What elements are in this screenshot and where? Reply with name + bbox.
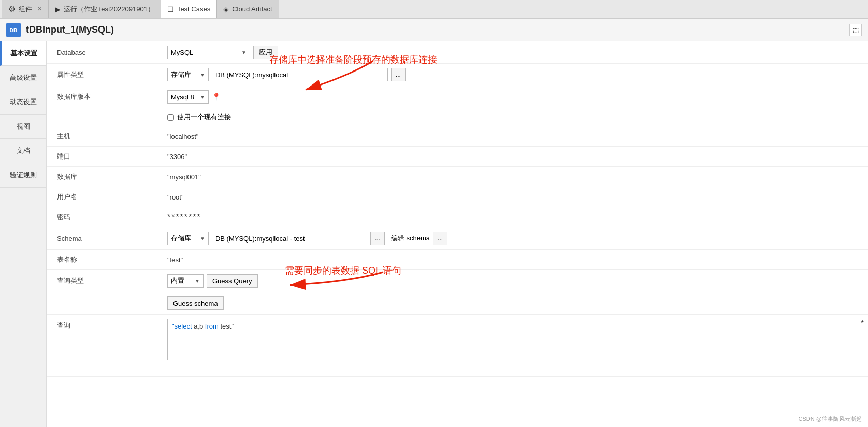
- table-name-value: "test": [167, 256, 183, 264]
- sidebar-item-basic[interactable]: 基本设置: [0, 41, 46, 66]
- schema-db-input[interactable]: [212, 232, 367, 245]
- main-layout: 基本设置 高级设置 动态设置 视图 文档 验证规则: [0, 41, 868, 427]
- existing-conn-row: 使用一个现有连接: [47, 108, 868, 126]
- query-table: test": [219, 322, 234, 330]
- run-icon: ▶: [55, 5, 61, 13]
- tab-close-icon[interactable]: ✕: [37, 6, 42, 12]
- password-label: 密码: [47, 207, 161, 227]
- property-type-select-value: 存储库: [171, 70, 191, 79]
- schema-row: Schema 存储库 ▼ ... 编辑 schema ...: [47, 227, 868, 250]
- database-label: Database: [47, 41, 161, 64]
- guess-schema-row: Guess schema: [47, 292, 868, 315]
- schema-label: Schema: [47, 227, 161, 250]
- host-row: 主机 "localhost": [47, 126, 868, 147]
- table-name-row: 表名称 "test": [47, 250, 868, 270]
- sidebar-item-view[interactable]: 视图: [0, 115, 46, 139]
- password-value: ********: [167, 212, 201, 221]
- tab-testcases-label: Test Cases: [177, 5, 210, 13]
- tab-bar: ⚙ 组件 ✕ ▶ 运行（作业 test2022091901） ☐ Test Ca…: [0, 0, 868, 19]
- database-select[interactable]: MySQL ▼: [167, 46, 250, 59]
- modified-indicator: *: [861, 319, 864, 327]
- username-value-cell: "root": [161, 187, 868, 207]
- database-select-value: MySQL: [171, 49, 193, 56]
- tab-component[interactable]: ⚙ 组件 ✕: [2, 0, 49, 18]
- existing-conn-cell: 使用一个现有连接: [161, 108, 868, 126]
- schema-type-select[interactable]: 存储库 ▼: [167, 232, 209, 245]
- username-row: 用户名 "root": [47, 187, 868, 207]
- database-name-value-cell: "mysql001": [161, 167, 868, 187]
- port-label: 端口: [47, 147, 161, 167]
- sidebar-item-dynamic[interactable]: 动态设置: [0, 90, 46, 115]
- host-value: "localhost": [167, 133, 199, 140]
- username-label: 用户名: [47, 187, 161, 207]
- component-icon: ⚙: [8, 4, 16, 14]
- sidebar-dynamic-label: 动态设置: [10, 98, 37, 106]
- database-value-cell: MySQL ▼ 应用: [161, 41, 868, 64]
- form-table: Database MySQL ▼ 应用 属性类型: [47, 41, 868, 377]
- table-name-label: 表名称: [47, 250, 161, 270]
- query-type-value-cell: 内置 ▼ Guess Query: [161, 270, 868, 292]
- sidebar-advanced-label: 高级设置: [10, 74, 37, 81]
- property-type-row: 属性类型 存储库 ▼ ...: [47, 64, 868, 86]
- tab-cloud[interactable]: ◈ Cloud Artifact: [217, 0, 279, 18]
- property-dots-button[interactable]: ...: [391, 68, 406, 81]
- db-version-row: 数据库版本 Mysql 8 ▼ 📍: [47, 86, 868, 108]
- schema-value-cell: 存储库 ▼ ... 编辑 schema ...: [161, 227, 868, 250]
- property-type-label: 属性类型: [47, 64, 161, 86]
- guess-schema-button[interactable]: Guess schema: [167, 296, 224, 310]
- tab-run[interactable]: ▶ 运行（作业 test2022091901）: [49, 0, 161, 18]
- database-name-value: "mysql001": [167, 173, 201, 181]
- chevron-down-icon-4: ▼: [200, 236, 205, 241]
- sidebar-item-validation[interactable]: 验证规则: [0, 163, 46, 188]
- testcases-icon: ☐: [167, 5, 174, 13]
- query-from-keyword: from: [205, 322, 219, 330]
- chevron-down-icon: ▼: [241, 50, 247, 55]
- watermark: CSDN @往事随风云浙起: [799, 415, 862, 423]
- tab-run-label: 运行（作业 test2022091901）: [64, 5, 154, 14]
- svg-text:DB: DB: [10, 27, 17, 33]
- guess-schema-cell: Guess schema: [161, 292, 868, 315]
- host-label: 主机: [47, 126, 161, 147]
- expand-button[interactable]: ⬚: [849, 24, 862, 36]
- pin-icon: 📍: [212, 93, 221, 101]
- port-value: "3306": [167, 153, 187, 161]
- sidebar-validation-label: 验证规则: [10, 171, 37, 179]
- apply-button[interactable]: 应用: [253, 46, 278, 59]
- db-version-label: 数据库版本: [47, 86, 161, 108]
- db-version-select[interactable]: Mysql 8 ▼: [167, 90, 209, 104]
- username-value: "root": [167, 193, 184, 201]
- query-type-row: 查询类型 内置 ▼ Guess Query: [47, 270, 868, 292]
- sidebar-item-advanced[interactable]: 高级设置: [0, 66, 46, 90]
- host-value-cell: "localhost": [161, 126, 868, 147]
- guess-query-button[interactable]: Guess Query: [207, 274, 258, 288]
- edit-schema-label: 编辑 schema: [391, 234, 430, 243]
- query-type-label: 查询类型: [47, 270, 161, 292]
- query-fields: a,b: [192, 322, 205, 330]
- sidebar-item-docs[interactable]: 文档: [0, 139, 46, 163]
- existing-conn-label: 使用一个现有连接: [177, 112, 231, 122]
- property-type-value-cell: 存储库 ▼ ...: [161, 64, 868, 86]
- sidebar-basic-label: 基本设置: [10, 49, 37, 57]
- existing-conn-checkbox[interactable]: [167, 114, 174, 121]
- chevron-down-icon-2: ▼: [200, 72, 205, 78]
- database-row: Database MySQL ▼ 应用: [47, 41, 868, 64]
- tab-testcases[interactable]: ☐ Test Cases: [161, 0, 217, 18]
- property-db-input[interactable]: [212, 68, 388, 81]
- chevron-down-icon-5: ▼: [195, 278, 200, 284]
- query-field[interactable]: "select a,b from test": [167, 319, 478, 360]
- page-title: tDBInput_1(MySQL): [26, 24, 114, 35]
- sidebar: 基本设置 高级设置 动态设置 视图 文档 验证规则: [0, 41, 47, 427]
- password-row: 密码 ********: [47, 207, 868, 227]
- property-type-select[interactable]: 存储库 ▼: [167, 68, 209, 81]
- schema-type-value: 存储库: [171, 234, 191, 243]
- password-value-cell: ********: [161, 207, 868, 227]
- table-name-value-cell: "test": [161, 250, 868, 270]
- edit-schema-dots-button[interactable]: ...: [433, 232, 447, 245]
- schema-dots-button[interactable]: ...: [370, 232, 385, 245]
- sidebar-view-label: 视图: [17, 122, 30, 130]
- title-bar: DB tDBInput_1(MySQL) ⬚: [0, 19, 868, 41]
- query-type-select[interactable]: 内置 ▼: [167, 274, 204, 288]
- component-db-icon: DB: [6, 23, 21, 37]
- sidebar-docs-label: 文档: [17, 147, 30, 154]
- content-area: 存储库中选择准备阶段预存的数据库连接 需要同步的表数据 SQL 语句: [47, 41, 868, 427]
